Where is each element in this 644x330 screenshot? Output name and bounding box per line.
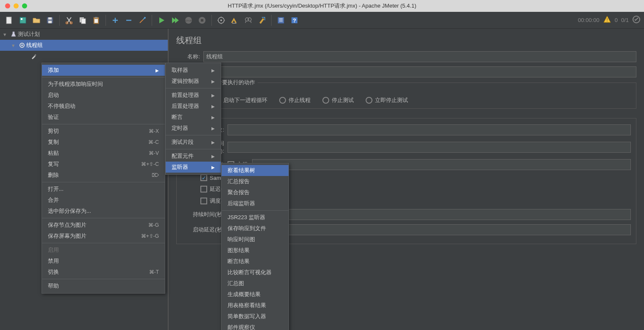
elapsed-time: 00:00:00 bbox=[578, 17, 600, 23]
stop-icon[interactable]: STOP bbox=[183, 14, 194, 26]
menu-backend-listener[interactable]: 后端监听器 bbox=[222, 198, 289, 209]
menu-duplicate[interactable]: 复写⌘+⇧-C bbox=[42, 159, 165, 170]
radio-stop-test-now[interactable]: 立即停止测试 bbox=[366, 96, 408, 104]
svg-rect-11 bbox=[95, 17, 97, 18]
menu-remove[interactable]: 删除⌦ bbox=[42, 170, 165, 181]
svg-rect-23 bbox=[278, 17, 284, 23]
function-helper-icon[interactable] bbox=[275, 14, 287, 26]
menu-response-time-graph[interactable]: 响应时间图 bbox=[222, 234, 289, 245]
menu-simple-data-writer[interactable]: 简单数据写入器 bbox=[222, 311, 289, 322]
menu-mailer-visualizer[interactable]: 邮件观察仪 bbox=[222, 322, 289, 330]
shutdown-icon[interactable] bbox=[196, 14, 208, 26]
svg-rect-12 bbox=[94, 19, 98, 23]
radio-stop-test[interactable]: 停止测试 bbox=[322, 96, 354, 104]
delay-thread-checkbox[interactable] bbox=[200, 186, 207, 192]
menu-generate-summary[interactable]: 生成概要结果 bbox=[222, 289, 289, 300]
menu-validate[interactable]: 验证 bbox=[42, 112, 165, 123]
open-file-icon[interactable] bbox=[31, 14, 42, 26]
search-icon[interactable] bbox=[242, 14, 254, 26]
menu-listener[interactable]: 监听器▶ bbox=[166, 162, 221, 173]
tree-row-test-plan[interactable]: ▾ 测试计划 bbox=[0, 29, 168, 40]
start-icon[interactable] bbox=[155, 14, 167, 26]
menu-toggle[interactable]: 切换⌘-T bbox=[42, 267, 165, 278]
menu-save-node-image[interactable]: 保存节点为图片⌘-G bbox=[42, 220, 165, 231]
thread-ratio: 0/1 bbox=[621, 17, 629, 23]
menu-merge[interactable]: 合并 bbox=[42, 195, 165, 206]
threads-input[interactable] bbox=[228, 124, 631, 135]
cut-icon[interactable] bbox=[63, 14, 75, 26]
active-threads-icon[interactable] bbox=[632, 15, 641, 25]
paste-icon[interactable] bbox=[90, 14, 102, 26]
menu-add[interactable]: 添加▶ bbox=[42, 65, 165, 76]
menu-test-fragment[interactable]: 测试片段▶ bbox=[166, 137, 221, 148]
dropper-icon bbox=[30, 52, 38, 60]
svg-text:?: ? bbox=[293, 17, 296, 24]
menu-cut[interactable]: 剪切⌘-X bbox=[42, 126, 165, 137]
name-input[interactable] bbox=[203, 51, 636, 62]
menu-post-processor[interactable]: 后置处理器▶ bbox=[166, 101, 221, 112]
menu-summary-report[interactable]: 汇总报告 bbox=[222, 176, 289, 187]
reset-search-icon[interactable] bbox=[256, 14, 268, 26]
copy-icon[interactable] bbox=[77, 14, 89, 26]
svg-rect-5 bbox=[48, 21, 52, 23]
menu-jsr223-listener[interactable]: JSR223 监听器 bbox=[222, 212, 289, 223]
menu-assertion-results[interactable]: 断言结果 bbox=[222, 256, 289, 267]
menu-paste[interactable]: 粘贴⌘-V bbox=[42, 148, 165, 159]
menu-logic-controller[interactable]: 逻辑控制器▶ bbox=[166, 76, 221, 87]
radio-stop-thread[interactable]: 停止线程 bbox=[279, 96, 311, 104]
templates-icon[interactable] bbox=[17, 14, 29, 26]
scheduler-checkbox[interactable] bbox=[200, 198, 207, 204]
same-user-checkbox[interactable]: ✓ bbox=[200, 174, 207, 181]
help-icon[interactable]: ? bbox=[289, 14, 300, 26]
tree-row-thread-group[interactable]: ▾ 线程组 bbox=[0, 40, 168, 51]
menu-save-screen-image[interactable]: 保存屏幕为图片⌘+⇧-G bbox=[42, 231, 165, 242]
maximize-window-button[interactable] bbox=[22, 3, 27, 8]
collapse-icon[interactable] bbox=[123, 14, 135, 26]
menu-open[interactable]: 打开... bbox=[42, 184, 165, 195]
startup-delay-label: 启动延迟(秒) bbox=[182, 226, 224, 234]
menu-assertion[interactable]: 断言▶ bbox=[166, 112, 221, 123]
expand-icon[interactable] bbox=[109, 14, 121, 26]
menu-aggregate-report[interactable]: 聚合报告 bbox=[222, 187, 289, 198]
menu-start[interactable]: 启动 bbox=[42, 90, 165, 101]
radio-start-next-loop[interactable]: 启动下一进程循环 bbox=[214, 96, 267, 104]
minimize-window-button[interactable] bbox=[14, 3, 19, 8]
menu-sampler[interactable]: 取样器▶ bbox=[166, 65, 221, 76]
start-no-pause-icon[interactable] bbox=[169, 14, 181, 26]
save-icon[interactable] bbox=[44, 14, 56, 26]
menu-copy[interactable]: 复制⌘-C bbox=[42, 137, 165, 148]
menu-timer[interactable]: 定时器▶ bbox=[166, 123, 221, 134]
warning-icon[interactable]: ! bbox=[603, 15, 611, 25]
panel-heading: 线程组 bbox=[176, 35, 636, 46]
menu-save-responses[interactable]: 保存响应到文件 bbox=[222, 223, 289, 234]
svg-text:!: ! bbox=[606, 17, 608, 22]
menu-pre-processor[interactable]: 前置处理器▶ bbox=[166, 90, 221, 101]
close-window-button[interactable] bbox=[5, 3, 10, 8]
menu-view-results-tree[interactable]: 察看结果树 bbox=[222, 165, 289, 176]
menu-summary-graph[interactable]: 汇总图 bbox=[222, 278, 289, 289]
tree-label: 线程组 bbox=[26, 41, 43, 49]
sampler-error-fieldset: 在取样器错误后要执行的动作 继续 启动下一进程循环 停止线程 停止测试 立即停止… bbox=[176, 82, 636, 109]
menu-graph-results[interactable]: 图形结果 bbox=[222, 245, 289, 256]
menu-start-no-pauses[interactable]: 不停顿启动 bbox=[42, 101, 165, 112]
rampup-input[interactable] bbox=[228, 142, 631, 153]
menu-add-think-time[interactable]: 为子线程添加响应时间 bbox=[42, 79, 165, 90]
loop-input[interactable] bbox=[252, 159, 631, 170]
new-file-icon[interactable] bbox=[3, 14, 15, 26]
tree-row-sampler[interactable] bbox=[0, 51, 168, 62]
clear-icon[interactable] bbox=[215, 14, 227, 26]
menu-config-element[interactable]: 配置元件▶ bbox=[166, 151, 221, 162]
tree-expand-icon[interactable]: ▾ bbox=[12, 42, 18, 49]
gear-icon bbox=[18, 41, 26, 49]
comment-input[interactable] bbox=[203, 66, 636, 77]
svg-point-22 bbox=[248, 18, 251, 21]
tree-expand-icon[interactable]: ▾ bbox=[3, 31, 9, 38]
main-toolbar: STOP ? 00:00:00 ! 0 0/1 bbox=[0, 12, 644, 29]
toggle-icon[interactable] bbox=[136, 14, 148, 26]
menu-compare-assertion[interactable]: 比较断言可视化器 bbox=[222, 267, 289, 278]
menu-disable[interactable]: 禁用 bbox=[42, 256, 165, 267]
menu-help[interactable]: 帮助 bbox=[42, 280, 165, 292]
clear-all-icon[interactable] bbox=[229, 14, 241, 26]
menu-table-results[interactable]: 用表格察看结果 bbox=[222, 300, 289, 311]
menu-save-selection-as[interactable]: 选中部分保存为... bbox=[42, 206, 165, 217]
